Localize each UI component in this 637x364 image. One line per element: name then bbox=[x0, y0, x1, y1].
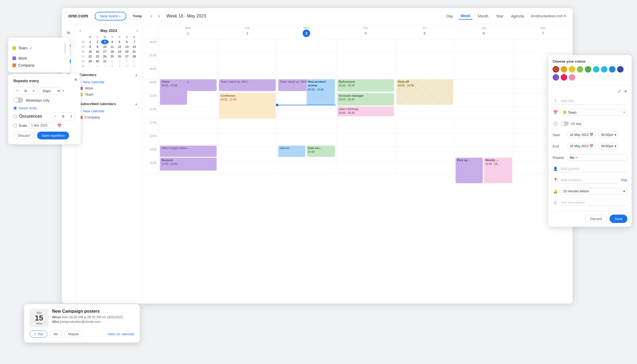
hour-slot[interactable] bbox=[455, 53, 513, 66]
repeat-discard-button[interactable]: Discard bbox=[13, 132, 34, 139]
hour-slot[interactable] bbox=[455, 134, 513, 147]
hour-slot[interactable] bbox=[218, 160, 277, 174]
mini-cal-day[interactable]: 19 bbox=[116, 49, 123, 54]
start-time-button[interactable]: 08:00pm ▾ bbox=[599, 132, 619, 138]
user-chevron-icon[interactable]: ▾ bbox=[564, 14, 566, 18]
hour-slot[interactable] bbox=[336, 147, 395, 160]
hour-slot[interactable] bbox=[455, 66, 513, 80]
hour-slot[interactable] bbox=[455, 120, 513, 134]
hour-slot[interactable] bbox=[277, 134, 336, 147]
mini-cal-day[interactable]: 17 bbox=[101, 49, 108, 54]
color-swatch-purple[interactable] bbox=[553, 74, 559, 81]
location-input[interactable] bbox=[561, 177, 618, 183]
ends-radio[interactable] bbox=[13, 124, 17, 127]
hour-slot[interactable] bbox=[395, 53, 454, 66]
mini-cal-day[interactable]: 10 bbox=[123, 64, 130, 69]
hour-slot[interactable] bbox=[159, 134, 218, 147]
hour-slot[interactable] bbox=[395, 134, 454, 147]
popup-no-button[interactable]: No bbox=[49, 330, 62, 338]
expand-icon[interactable]: ⤢ bbox=[618, 89, 621, 94]
hour-slot[interactable] bbox=[159, 107, 218, 120]
event-jakes-birthday[interactable]: Jake's Birthday09:00 - 09:30 bbox=[337, 107, 394, 116]
mail-icon[interactable]: ✉ bbox=[64, 28, 73, 37]
color-swatch-indigo[interactable] bbox=[617, 66, 624, 73]
cal-list-item-company[interactable]: Company bbox=[12, 62, 66, 69]
event-team-standup-tue[interactable]: Team stand up, 09:0... bbox=[219, 79, 275, 91]
hour-slot[interactable] bbox=[277, 160, 336, 174]
hour-slot[interactable] bbox=[277, 107, 336, 120]
hour-slot[interactable] bbox=[336, 53, 395, 66]
mini-cal-day[interactable]: 13 bbox=[123, 44, 130, 49]
hour-slot[interactable] bbox=[395, 120, 454, 134]
title-input[interactable] bbox=[561, 98, 627, 104]
event-interview[interactable]: Intervie... bbox=[278, 146, 305, 157]
calendar-selector[interactable]: Team ▾ bbox=[561, 109, 627, 116]
color-swatch-blue[interactable] bbox=[609, 66, 615, 73]
mini-cal-day[interactable]: 1 bbox=[87, 39, 94, 44]
calendar-item-company[interactable]: Company bbox=[80, 114, 138, 120]
hour-slot[interactable] bbox=[336, 39, 395, 53]
hour-slot[interactable] bbox=[395, 66, 454, 80]
stepper-plus-button[interactable]: + bbox=[30, 87, 37, 95]
hour-slot[interactable] bbox=[218, 66, 277, 80]
mini-cal-day[interactable]: 9 bbox=[116, 64, 123, 69]
mini-cal-day[interactable]: 10 bbox=[101, 44, 108, 49]
repeat-save-button[interactable]: Save repetition bbox=[37, 132, 69, 139]
mini-cal-next[interactable]: › bbox=[137, 28, 138, 33]
hour-slot[interactable] bbox=[218, 147, 277, 160]
end-time-button[interactable]: 09:00pm ▾ bbox=[599, 143, 619, 149]
view-agenda-button[interactable]: Agenda bbox=[509, 13, 526, 20]
mini-cal-day[interactable]: 9 bbox=[94, 44, 101, 49]
hour-slot[interactable] bbox=[277, 66, 336, 80]
mini-cal-day[interactable]: 2 bbox=[94, 39, 101, 44]
allday-toggle[interactable] bbox=[561, 121, 569, 126]
hour-slot[interactable] bbox=[455, 80, 513, 93]
hour-slot[interactable] bbox=[455, 93, 513, 107]
mini-cal-day[interactable]: 12 bbox=[116, 44, 123, 49]
repeat-close-button[interactable]: ✕ bbox=[74, 77, 77, 82]
cal-list-item-team[interactable]: Team ✓ bbox=[12, 41, 66, 55]
prev-week-button[interactable]: ‹ bbox=[148, 12, 154, 20]
hour-slot[interactable] bbox=[395, 107, 454, 120]
hour-slot[interactable] bbox=[455, 107, 513, 120]
color-swatch-lightgreen[interactable] bbox=[577, 66, 583, 73]
never-ends-radio[interactable] bbox=[13, 106, 17, 110]
hour-slot[interactable] bbox=[159, 53, 218, 66]
mini-cal-day[interactable]: 11 bbox=[109, 44, 116, 49]
popup-view-link[interactable]: View on calendar bbox=[108, 332, 135, 336]
color-swatch-red[interactable] bbox=[553, 66, 559, 73]
hour-slot[interactable] bbox=[336, 134, 395, 147]
mini-cal-day[interactable]: 4 bbox=[131, 59, 138, 64]
repeat-unit-select[interactable]: Days Weeks Months bbox=[39, 87, 61, 95]
occ-stepper-minus[interactable]: − bbox=[51, 113, 59, 120]
view-month-button[interactable]: Month bbox=[476, 13, 491, 20]
mini-cal-day[interactable]: 5 bbox=[87, 64, 94, 69]
mini-cal-day[interactable]: 8 bbox=[87, 44, 94, 49]
popup-yes-button[interactable]: ✓ Yes bbox=[30, 330, 47, 338]
event-refinement[interactable]: Refinement09:00 - 09:30 bbox=[337, 79, 394, 92]
mini-cal-day[interactable]: 6 bbox=[94, 64, 101, 69]
mini-cal-day[interactable]: 14 bbox=[131, 44, 138, 49]
mini-cal-day[interactable]: 16 bbox=[94, 49, 101, 54]
cal-list-item-work[interactable]: Work bbox=[12, 55, 66, 62]
occ-stepper-plus[interactable]: + bbox=[67, 113, 75, 120]
view-week-button[interactable]: Week bbox=[459, 13, 473, 20]
color-swatch-green[interactable] bbox=[585, 66, 591, 73]
hour-slot[interactable] bbox=[395, 160, 454, 174]
mini-cal-day[interactable]: 21 bbox=[131, 49, 138, 54]
mini-cal-day[interactable]: 2 bbox=[116, 59, 123, 64]
view-day-button[interactable]: Day bbox=[444, 13, 455, 20]
notify-selector[interactable]: 10 minutes before ▾ bbox=[561, 188, 627, 194]
end-date-button[interactable]: 16 May 2023 📅 bbox=[567, 143, 596, 149]
mini-cal-day[interactable]: 24 bbox=[101, 54, 108, 59]
calendar-item-work[interactable]: Work bbox=[80, 85, 138, 91]
description-input[interactable]: Add description bbox=[561, 199, 627, 206]
event-conference[interactable]: Confrence10:30 - 12:30 bbox=[219, 93, 275, 119]
color-swatch-lightpink[interactable] bbox=[569, 74, 575, 81]
hour-slot[interactable] bbox=[277, 53, 336, 66]
popup-maybe-button[interactable]: Maybe bbox=[64, 330, 83, 338]
mini-cal-day[interactable]: 6 bbox=[123, 39, 130, 44]
mini-cal-day[interactable]: 29 bbox=[87, 59, 94, 64]
event-restock[interactable]: Restock13:30 - 14:00 bbox=[160, 158, 216, 171]
weekdays-only-toggle[interactable] bbox=[13, 98, 23, 103]
